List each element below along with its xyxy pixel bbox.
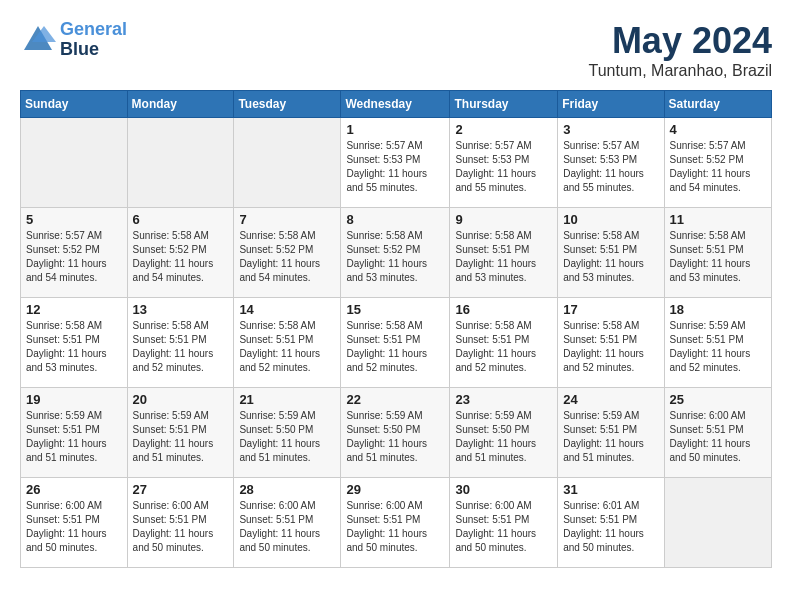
- day-number: 16: [455, 302, 552, 317]
- day-number: 8: [346, 212, 444, 227]
- week-row-5: 26Sunrise: 6:00 AM Sunset: 5:51 PM Dayli…: [21, 478, 772, 568]
- day-cell: [664, 478, 771, 568]
- day-cell: [21, 118, 128, 208]
- calendar-body: 1Sunrise: 5:57 AM Sunset: 5:53 PM Daylig…: [21, 118, 772, 568]
- day-cell: 20Sunrise: 5:59 AM Sunset: 5:51 PM Dayli…: [127, 388, 234, 478]
- logo: General Blue: [20, 20, 127, 60]
- page-header: General Blue May 2024 Tuntum, Maranhao, …: [20, 20, 772, 80]
- day-info: Sunrise: 5:57 AM Sunset: 5:52 PM Dayligh…: [26, 229, 122, 285]
- day-info: Sunrise: 5:58 AM Sunset: 5:51 PM Dayligh…: [133, 319, 229, 375]
- day-info: Sunrise: 5:59 AM Sunset: 5:50 PM Dayligh…: [455, 409, 552, 465]
- day-info: Sunrise: 6:00 AM Sunset: 5:51 PM Dayligh…: [346, 499, 444, 555]
- day-cell: 15Sunrise: 5:58 AM Sunset: 5:51 PM Dayli…: [341, 298, 450, 388]
- weekday-row: SundayMondayTuesdayWednesdayThursdayFrid…: [21, 91, 772, 118]
- day-cell: 31Sunrise: 6:01 AM Sunset: 5:51 PM Dayli…: [558, 478, 664, 568]
- day-info: Sunrise: 5:58 AM Sunset: 5:51 PM Dayligh…: [455, 319, 552, 375]
- day-number: 13: [133, 302, 229, 317]
- location-subtitle: Tuntum, Maranhao, Brazil: [589, 62, 772, 80]
- day-info: Sunrise: 5:58 AM Sunset: 5:51 PM Dayligh…: [346, 319, 444, 375]
- title-block: May 2024 Tuntum, Maranhao, Brazil: [589, 20, 772, 80]
- day-info: Sunrise: 5:58 AM Sunset: 5:52 PM Dayligh…: [133, 229, 229, 285]
- day-info: Sunrise: 5:58 AM Sunset: 5:51 PM Dayligh…: [563, 229, 658, 285]
- logo-general: General: [60, 19, 127, 39]
- day-cell: 29Sunrise: 6:00 AM Sunset: 5:51 PM Dayli…: [341, 478, 450, 568]
- day-info: Sunrise: 5:57 AM Sunset: 5:53 PM Dayligh…: [346, 139, 444, 195]
- weekday-header-friday: Friday: [558, 91, 664, 118]
- weekday-header-thursday: Thursday: [450, 91, 558, 118]
- day-info: Sunrise: 5:59 AM Sunset: 5:51 PM Dayligh…: [670, 319, 766, 375]
- day-info: Sunrise: 5:59 AM Sunset: 5:51 PM Dayligh…: [133, 409, 229, 465]
- day-cell: 23Sunrise: 5:59 AM Sunset: 5:50 PM Dayli…: [450, 388, 558, 478]
- day-number: 30: [455, 482, 552, 497]
- day-cell: [127, 118, 234, 208]
- day-number: 25: [670, 392, 766, 407]
- day-number: 1: [346, 122, 444, 137]
- week-row-1: 1Sunrise: 5:57 AM Sunset: 5:53 PM Daylig…: [21, 118, 772, 208]
- day-cell: 21Sunrise: 5:59 AM Sunset: 5:50 PM Dayli…: [234, 388, 341, 478]
- day-cell: 18Sunrise: 5:59 AM Sunset: 5:51 PM Dayli…: [664, 298, 771, 388]
- day-info: Sunrise: 5:59 AM Sunset: 5:50 PM Dayligh…: [239, 409, 335, 465]
- day-cell: 30Sunrise: 6:00 AM Sunset: 5:51 PM Dayli…: [450, 478, 558, 568]
- day-cell: 19Sunrise: 5:59 AM Sunset: 5:51 PM Dayli…: [21, 388, 128, 478]
- day-info: Sunrise: 5:58 AM Sunset: 5:51 PM Dayligh…: [563, 319, 658, 375]
- day-number: 6: [133, 212, 229, 227]
- day-cell: 16Sunrise: 5:58 AM Sunset: 5:51 PM Dayli…: [450, 298, 558, 388]
- day-cell: 27Sunrise: 6:00 AM Sunset: 5:51 PM Dayli…: [127, 478, 234, 568]
- week-row-4: 19Sunrise: 5:59 AM Sunset: 5:51 PM Dayli…: [21, 388, 772, 478]
- day-info: Sunrise: 5:57 AM Sunset: 5:53 PM Dayligh…: [563, 139, 658, 195]
- day-info: Sunrise: 5:59 AM Sunset: 5:51 PM Dayligh…: [563, 409, 658, 465]
- day-info: Sunrise: 5:58 AM Sunset: 5:52 PM Dayligh…: [346, 229, 444, 285]
- day-number: 9: [455, 212, 552, 227]
- day-number: 11: [670, 212, 766, 227]
- day-number: 22: [346, 392, 444, 407]
- day-cell: 17Sunrise: 5:58 AM Sunset: 5:51 PM Dayli…: [558, 298, 664, 388]
- day-cell: 4Sunrise: 5:57 AM Sunset: 5:52 PM Daylig…: [664, 118, 771, 208]
- day-info: Sunrise: 5:58 AM Sunset: 5:51 PM Dayligh…: [455, 229, 552, 285]
- day-cell: 7Sunrise: 5:58 AM Sunset: 5:52 PM Daylig…: [234, 208, 341, 298]
- week-row-3: 12Sunrise: 5:58 AM Sunset: 5:51 PM Dayli…: [21, 298, 772, 388]
- day-cell: 25Sunrise: 6:00 AM Sunset: 5:51 PM Dayli…: [664, 388, 771, 478]
- day-number: 18: [670, 302, 766, 317]
- day-number: 24: [563, 392, 658, 407]
- week-row-2: 5Sunrise: 5:57 AM Sunset: 5:52 PM Daylig…: [21, 208, 772, 298]
- day-cell: 1Sunrise: 5:57 AM Sunset: 5:53 PM Daylig…: [341, 118, 450, 208]
- logo-blue: Blue: [60, 39, 99, 59]
- day-number: 23: [455, 392, 552, 407]
- day-number: 17: [563, 302, 658, 317]
- day-cell: 10Sunrise: 5:58 AM Sunset: 5:51 PM Dayli…: [558, 208, 664, 298]
- day-number: 21: [239, 392, 335, 407]
- day-info: Sunrise: 5:59 AM Sunset: 5:51 PM Dayligh…: [26, 409, 122, 465]
- day-number: 20: [133, 392, 229, 407]
- day-number: 28: [239, 482, 335, 497]
- weekday-header-tuesday: Tuesday: [234, 91, 341, 118]
- day-info: Sunrise: 5:57 AM Sunset: 5:52 PM Dayligh…: [670, 139, 766, 195]
- weekday-header-wednesday: Wednesday: [341, 91, 450, 118]
- day-info: Sunrise: 6:00 AM Sunset: 5:51 PM Dayligh…: [670, 409, 766, 465]
- day-cell: 8Sunrise: 5:58 AM Sunset: 5:52 PM Daylig…: [341, 208, 450, 298]
- day-number: 7: [239, 212, 335, 227]
- day-cell: 24Sunrise: 5:59 AM Sunset: 5:51 PM Dayli…: [558, 388, 664, 478]
- day-cell: 11Sunrise: 5:58 AM Sunset: 5:51 PM Dayli…: [664, 208, 771, 298]
- day-cell: 2Sunrise: 5:57 AM Sunset: 5:53 PM Daylig…: [450, 118, 558, 208]
- day-cell: 9Sunrise: 5:58 AM Sunset: 5:51 PM Daylig…: [450, 208, 558, 298]
- day-info: Sunrise: 5:58 AM Sunset: 5:51 PM Dayligh…: [670, 229, 766, 285]
- day-cell: 14Sunrise: 5:58 AM Sunset: 5:51 PM Dayli…: [234, 298, 341, 388]
- day-number: 5: [26, 212, 122, 227]
- day-info: Sunrise: 6:00 AM Sunset: 5:51 PM Dayligh…: [26, 499, 122, 555]
- day-number: 4: [670, 122, 766, 137]
- day-info: Sunrise: 6:00 AM Sunset: 5:51 PM Dayligh…: [239, 499, 335, 555]
- day-number: 14: [239, 302, 335, 317]
- day-cell: 6Sunrise: 5:58 AM Sunset: 5:52 PM Daylig…: [127, 208, 234, 298]
- day-cell: 5Sunrise: 5:57 AM Sunset: 5:52 PM Daylig…: [21, 208, 128, 298]
- day-info: Sunrise: 6:01 AM Sunset: 5:51 PM Dayligh…: [563, 499, 658, 555]
- day-info: Sunrise: 5:58 AM Sunset: 5:51 PM Dayligh…: [239, 319, 335, 375]
- month-title: May 2024: [589, 20, 772, 62]
- day-number: 31: [563, 482, 658, 497]
- day-info: Sunrise: 6:00 AM Sunset: 5:51 PM Dayligh…: [455, 499, 552, 555]
- day-info: Sunrise: 5:57 AM Sunset: 5:53 PM Dayligh…: [455, 139, 552, 195]
- day-info: Sunrise: 5:58 AM Sunset: 5:51 PM Dayligh…: [26, 319, 122, 375]
- logo-icon: [20, 22, 56, 58]
- weekday-header-monday: Monday: [127, 91, 234, 118]
- calendar-header: SundayMondayTuesdayWednesdayThursdayFrid…: [21, 91, 772, 118]
- day-cell: [234, 118, 341, 208]
